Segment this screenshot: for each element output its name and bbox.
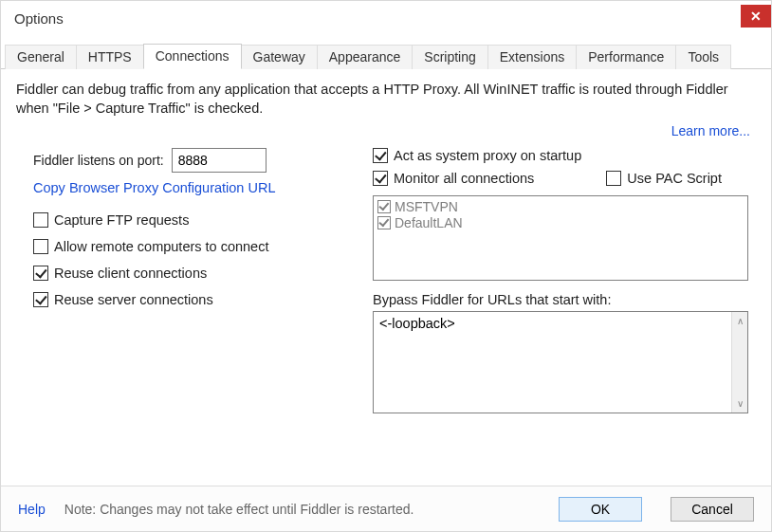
tab-strip: General HTTPS Connections Gateway Appear… [1, 43, 771, 69]
options-window: Options ✕ General HTTPS Connections Gate… [0, 0, 772, 532]
list-item[interactable]: DefaultLAN [377, 215, 744, 230]
window-title: Options [14, 5, 64, 27]
tab-https[interactable]: HTTPS [76, 45, 144, 69]
monitor-all-label: Monitor all connections [394, 171, 534, 186]
tab-content: Fiddler can debug traffic from any appli… [1, 69, 771, 486]
copy-proxy-url-link[interactable]: Copy Browser Proxy Configuration URL [33, 180, 350, 195]
scroll-down-icon[interactable]: ∨ [737, 398, 744, 409]
scrollbar[interactable]: ∧ ∨ [731, 312, 747, 413]
capture-ftp-checkbox[interactable] [33, 212, 48, 228]
help-link[interactable]: Help [18, 502, 46, 517]
tab-gateway[interactable]: Gateway [241, 45, 318, 69]
reuse-client-label: Reuse client connections [54, 266, 207, 281]
port-input[interactable] [172, 148, 267, 173]
reuse-server-checkbox[interactable] [33, 292, 48, 307]
allow-remote-label: Allow remote computers to connect [54, 239, 268, 254]
act-proxy-label: Act as system proxy on startup [394, 148, 581, 163]
footer-note: Note: Changes may not take effect until … [64, 502, 414, 517]
reuse-server-label: Reuse server connections [54, 292, 213, 307]
use-pac-label: Use PAC Script [627, 171, 722, 186]
connection-item-label: MSFTVPN [395, 199, 458, 214]
tab-extensions[interactable]: Extensions [487, 45, 577, 69]
bypass-textarea-container: ∧ ∨ [373, 311, 748, 413]
footer: Help Note: Changes may not take effect u… [1, 486, 771, 531]
scroll-up-icon[interactable]: ∧ [737, 316, 744, 326]
act-proxy-checkbox[interactable] [373, 148, 388, 163]
tab-connections[interactable]: Connections [143, 44, 242, 69]
learn-more-link[interactable]: Learn more... [671, 123, 750, 138]
port-label: Fiddler listens on port: [33, 153, 164, 168]
connections-listbox[interactable]: MSFTVPN DefaultLAN [373, 195, 748, 281]
intro-text: Fiddler can debug traffic from any appli… [16, 81, 756, 118]
titlebar: Options ✕ [1, 1, 771, 43]
use-pac-checkbox[interactable] [606, 171, 621, 186]
allow-remote-checkbox[interactable] [33, 239, 48, 254]
connection-item-label: DefaultLAN [395, 215, 463, 230]
tab-scripting[interactable]: Scripting [412, 45, 487, 69]
bypass-label: Bypass Fiddler for URLs that start with: [373, 292, 748, 307]
monitor-all-checkbox[interactable] [373, 171, 388, 186]
capture-ftp-label: Capture FTP requests [54, 212, 189, 228]
cancel-button[interactable]: Cancel [671, 497, 754, 522]
reuse-client-checkbox[interactable] [33, 266, 48, 281]
connection-item-checkbox[interactable] [377, 216, 391, 229]
list-item[interactable]: MSFTVPN [377, 199, 744, 214]
ok-button[interactable]: OK [559, 497, 642, 522]
bypass-textarea[interactable] [374, 312, 730, 413]
tab-appearance[interactable]: Appearance [317, 45, 414, 69]
close-icon: ✕ [750, 9, 762, 24]
close-button[interactable]: ✕ [741, 5, 771, 28]
connection-item-checkbox[interactable] [377, 200, 391, 213]
tab-general[interactable]: General [5, 45, 77, 69]
tab-performance[interactable]: Performance [576, 45, 676, 69]
tab-tools[interactable]: Tools [675, 45, 731, 69]
